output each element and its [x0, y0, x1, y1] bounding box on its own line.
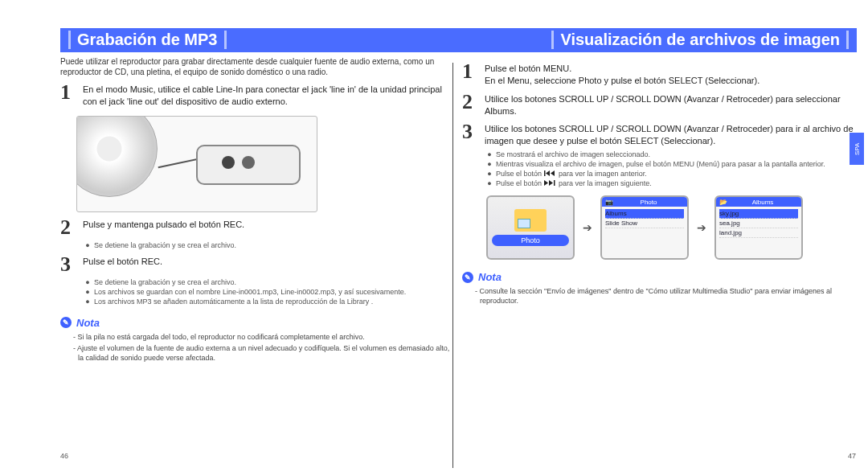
right-step-1: 1 Pulse el botón MENU. En el Menu, selec… [462, 61, 856, 87]
bullet-text: Se mostrará el archivo de imagen selecci… [496, 150, 650, 158]
right-step-2: 2 Utilice los botones SCROLL UP / SCROLL… [462, 92, 856, 117]
step-number: 2 [462, 92, 478, 113]
top-header-bar: Grabación de MP3 Visualización de archiv… [60, 28, 857, 52]
svg-rect-6 [554, 180, 555, 186]
bullet-text: Se detiene la grabación y se crea el arc… [94, 241, 236, 249]
bullet-text: Los archivos MP3 se añaden automáticamen… [94, 298, 373, 306]
page-number-left: 46 [60, 452, 68, 460]
mp3-device-icon [196, 145, 301, 185]
arrow-icon: ➔ [697, 221, 706, 234]
prev-track-icon [544, 170, 557, 177]
svg-marker-3 [551, 170, 555, 176]
page-right: 1 Pulse el botón MENU. En el Menu, selec… [462, 56, 856, 460]
bullet-item: ● Pulse el botón para ver la imagen sigu… [486, 179, 856, 187]
language-tab: SPA [850, 133, 864, 165]
nota-list-right: - Consulte la sección "Envío de imágenes… [475, 286, 856, 306]
svg-rect-0 [544, 170, 546, 176]
bullet-item: ●Se detiene la grabación y se crea el ar… [84, 278, 454, 286]
heading-right: Visualización de archivos de imagen [551, 31, 849, 49]
pencil-icon: ✎ [462, 272, 473, 283]
screen-photo-main: Photo [486, 195, 575, 260]
nota-list-left: - Si la pila no está cargada del todo, e… [73, 332, 454, 363]
step-number: 1 [60, 82, 76, 103]
left-step-2: 2 Pulse y mantenga pulsado el botón REC. [60, 217, 454, 238]
bullet-text: Se detiene la grabación y se crea el arc… [94, 278, 236, 286]
screen-header: Photo [641, 199, 657, 206]
left-step-3: 3 Pulse el botón REC. [60, 254, 454, 275]
photo-main-label: Photo [492, 235, 568, 246]
bullet-item: ●Se detiene la grabación y se crea el ar… [84, 241, 454, 249]
nota-heading-left: ✎ Nota [60, 317, 454, 329]
step-text: Pulse el botón REC. [83, 254, 162, 268]
svg-marker-2 [546, 170, 550, 176]
bullet-text: Los archivos se guardan con el nombre Li… [94, 288, 406, 296]
bullet-text: Pulse el botón para ver la imagen anteri… [496, 170, 647, 178]
screen-albums: 📂Albums sky.jpg sea.jpg land.jpg [714, 195, 803, 260]
step-number: 1 [462, 61, 478, 82]
menu-item: Albums [605, 209, 684, 219]
bullet-item: ●Se mostrará el archivo de imagen selecc… [486, 150, 856, 158]
step-text: Utilice los botones SCROLL UP / SCROLL D… [485, 92, 856, 117]
bullet-item: ●Los archivos MP3 se añaden automáticame… [84, 298, 454, 306]
nota-item: - Si la pila no está cargada del todo, e… [73, 332, 454, 342]
page-left: Puede utilizar el reproductor para graba… [60, 56, 454, 460]
intro-text: Puede utilizar el reproductor para graba… [60, 56, 454, 77]
step-number: 2 [60, 217, 76, 238]
svg-marker-4 [544, 180, 548, 186]
right-step-3: 3 Utilice los botones SCROLL UP / SCROLL… [462, 121, 856, 147]
nota-heading-right: ✎ Nota [462, 271, 856, 283]
next-track-icon [544, 179, 557, 187]
nota-label: Nota [76, 317, 100, 329]
bullet-item: ●Los archivos se guardan con el nombre L… [84, 288, 454, 296]
screen-photo-menu: 📷Photo Albums Slide Show [600, 195, 689, 260]
arrow-icon: ➔ [583, 221, 592, 234]
album-item: sea.jpg [719, 219, 798, 228]
nota-item: - Consulte la sección "Envío de imágenes… [475, 286, 856, 306]
heading-left: Grabación de MP3 [68, 31, 227, 49]
svg-marker-5 [549, 180, 553, 186]
screen-header: Albums [752, 199, 774, 206]
page-number-right: 47 [848, 452, 856, 460]
step-text: Utilice los botones SCROLL UP / SCROLL D… [485, 121, 856, 147]
step-number: 3 [462, 121, 478, 142]
cd-player-icon [76, 116, 158, 197]
bullet-item: ● Pulse el botón para ver la imagen ante… [486, 170, 856, 178]
bullet-text: Mientras visualiza el archivo de imagen,… [496, 160, 825, 168]
folder-icon [514, 209, 547, 232]
line-in-diagram [76, 116, 317, 212]
nota-label: Nota [478, 271, 502, 283]
pencil-icon: ✎ [60, 317, 72, 328]
step-text: Pulse y mantenga pulsado el botón REC. [83, 217, 244, 231]
album-item: sky.jpg [719, 209, 798, 219]
nota-item: - Ajuste el volumen de la fuente de audi… [73, 343, 454, 363]
album-item: land.jpg [719, 228, 798, 238]
left-step-1: 1 En el modo Music, utilice el cable Lin… [60, 82, 454, 108]
step-number: 3 [60, 254, 76, 275]
step-text: Pulse el botón MENU. En el Menu, selecci… [485, 61, 760, 87]
step-text: En el modo Music, utilice el cable Line-… [83, 82, 454, 108]
menu-item: Slide Show [605, 219, 684, 228]
bullet-item: ●Mientras visualiza el archivo de imagen… [486, 160, 856, 168]
bullet-text: Pulse el botón para ver la imagen siguie… [496, 179, 652, 187]
screen-illustration-row: Photo ➔ 📷Photo Albums Slide Show ➔ 📂Albu… [486, 195, 856, 260]
